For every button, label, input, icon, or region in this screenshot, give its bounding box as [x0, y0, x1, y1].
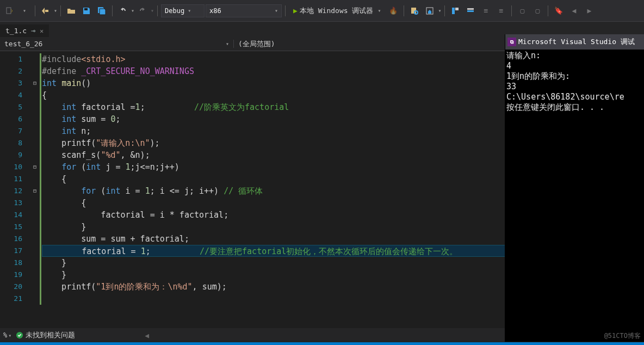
svg-rect-7: [455, 8, 459, 10]
bottom-blue-bar: [0, 342, 644, 345]
platform-select[interactable]: x86▾: [206, 4, 282, 17]
watermark: @51CTO博客: [604, 331, 641, 341]
save-all-icon[interactable]: [95, 4, 109, 18]
file-tab[interactable]: t_1.c ⊸ ✕: [0, 24, 49, 37]
indent-right-icon[interactable]: ≡: [494, 4, 508, 18]
svg-rect-6: [452, 8, 455, 14]
line-gutter: 123456789101112131415161718192021: [0, 51, 30, 323]
bookmark-prev-icon[interactable]: ◀: [567, 4, 581, 18]
flame-icon[interactable]: 🔥: [386, 4, 400, 18]
redo-icon[interactable]: [135, 4, 150, 18]
undo-chevron[interactable]: ▾: [131, 8, 134, 14]
fold-column[interactable]: ⊟⊟⊟: [30, 51, 40, 323]
debug-console: ⧉ Microsoft Visual Studio 调试 请输入n: 4 1到n…: [505, 34, 644, 342]
console-title: Microsoft Visual Studio 调试: [518, 37, 635, 47]
svg-rect-8: [467, 8, 474, 10]
svg-rect-0: [7, 8, 11, 14]
nav-back-icon[interactable]: [39, 4, 53, 18]
scroll-left-icon[interactable]: ◀: [145, 331, 149, 340]
nav-chevron[interactable]: ▾: [54, 8, 57, 14]
svg-rect-2: [84, 8, 88, 10]
vs-icon: ⧉: [507, 38, 516, 46]
redo-chevron[interactable]: ▾: [151, 8, 154, 14]
no-issues-status[interactable]: 未找到相关问题: [16, 330, 75, 340]
indent-left-icon[interactable]: ≡: [479, 4, 493, 18]
open-folder-icon[interactable]: [64, 4, 78, 18]
uncomment-icon[interactable]: ▢: [530, 4, 544, 18]
stack-icon[interactable]: [463, 4, 478, 18]
crumb-scope[interactable]: test_6_26▾: [0, 40, 234, 48]
config-select[interactable]: Debug▾: [161, 4, 205, 17]
home-icon[interactable]: [423, 4, 437, 18]
find-in-files-icon[interactable]: [407, 4, 422, 18]
bookmark-next-icon[interactable]: ▶: [582, 4, 596, 18]
pin-icon[interactable]: ⊸: [31, 27, 35, 35]
save-icon[interactable]: [79, 4, 94, 18]
svg-rect-9: [467, 10, 474, 12]
comment-icon[interactable]: ▢: [515, 4, 529, 18]
home-chevron[interactable]: ▾: [438, 8, 441, 14]
undo-icon[interactable]: [116, 4, 130, 18]
dropdown-chevron-1[interactable]: ▾: [17, 4, 32, 18]
console-output: 请输入n: 4 1到n的阶乘和为: 33 C:\Users\86182\sour…: [505, 50, 644, 114]
console-titlebar[interactable]: ⧉ Microsoft Visual Studio 调试: [505, 34, 644, 50]
run-debug-button[interactable]: ▶本地 Windows 调试器▾: [289, 4, 385, 18]
layout-icon[interactable]: [448, 4, 462, 18]
new-icon[interactable]: [2, 4, 16, 18]
bookmark-icon[interactable]: 🔖: [552, 4, 566, 18]
zoom-level[interactable]: %▾: [3, 331, 11, 339]
file-tab-label: t_1.c: [5, 27, 27, 35]
svg-rect-1: [45, 10, 48, 12]
main-toolbar: ▾ ▾ ▾ ▾ Debug▾ x86▾ ▶本地 Windows 调试器▾ 🔥 ▾…: [0, 0, 644, 22]
close-tab-icon[interactable]: ✕: [40, 27, 44, 35]
